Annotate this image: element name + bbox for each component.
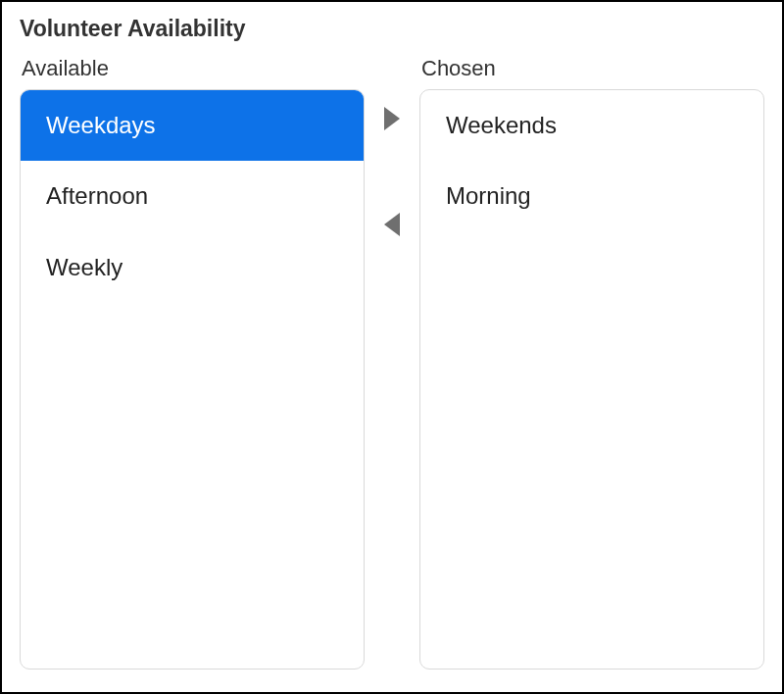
list-item[interactable]: Morning [420,161,763,231]
list-item[interactable]: Afternoon [21,161,364,231]
list-item[interactable]: Weekly [21,232,364,303]
list-item[interactable]: Weekends [420,90,763,161]
dual-listbox-container: Volunteer Availability Available Weekday… [0,0,784,694]
transfer-controls [365,56,419,669]
move-left-button[interactable] [378,211,406,238]
chosen-listbox[interactable]: WeekendsMorning [419,89,764,669]
chosen-column: Chosen WeekendsMorning [419,56,764,669]
move-right-button[interactable] [378,105,406,132]
list-item[interactable]: Weekdays [21,90,364,161]
chosen-label: Chosen [419,56,764,81]
chevron-left-icon [384,213,400,236]
section-title: Volunteer Availability [20,16,764,42]
available-label: Available [20,56,365,81]
available-listbox[interactable]: WeekdaysAfternoonWeekly [20,89,365,669]
picklist-row: Available WeekdaysAfternoonWeekly Chosen… [20,56,764,669]
available-column: Available WeekdaysAfternoonWeekly [20,56,365,669]
chevron-right-icon [384,107,400,130]
